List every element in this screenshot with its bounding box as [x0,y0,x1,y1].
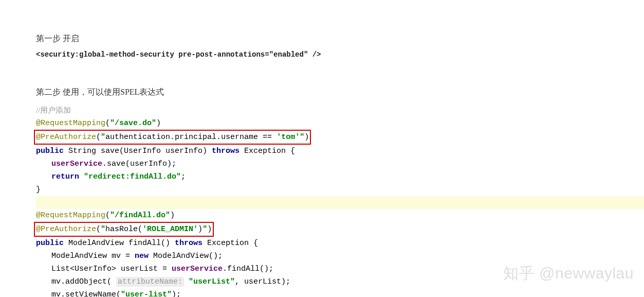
preauthorize-save-boxed: @PreAuthorize("authentication.principal.… [36,130,644,145]
blank-highlighted-line [36,196,644,209]
request-mapping-findall: @RequestMapping("/findAll.do") [36,209,644,222]
preauthorize-save: @PreAuthorize("authentication.principal.… [34,130,311,145]
step1-heading: 第一步 开启 [36,33,644,44]
setviewname-line: mv.setViewName("user-list"); [36,288,644,297]
request-mapping-save: @RequestMapping("/save.do") [36,117,644,130]
addobject-line: mv.addObject( attributeName: "userList",… [36,275,644,288]
save-method-sig: public String save(UserInfo userInfo) th… [36,145,644,158]
save-close-brace: } [36,183,644,196]
code-comment: //用户添加 [36,104,644,117]
userlist-line: List<UserInfo> userList = userService.fi… [36,263,644,275]
save-return: return "redirect:findAll.do"; [36,170,644,183]
findall-method-sig: public ModelAndView findAll() throws Exc… [36,237,644,250]
step1-xml-config: <security:global-method-security pre-pos… [36,50,644,59]
step2-heading: 第二步 使用，可以使用SPEL表达式 [36,87,644,98]
mv-new-line: ModelAndView mv = new ModelAndView(); [36,250,644,263]
param-hint-attrname: attributeName: [116,277,184,287]
preauthorize-findall-boxed: @PreAuthorize("hasRole('ROLE_ADMIN')") [36,222,644,237]
save-userservice-call: userService.save(userInfo); [36,158,644,170]
preauthorize-findall: @PreAuthorize("hasRole('ROLE_ADMIN')") [34,222,214,237]
code-block: //用户添加 @RequestMapping("/save.do") @PreA… [36,104,644,297]
